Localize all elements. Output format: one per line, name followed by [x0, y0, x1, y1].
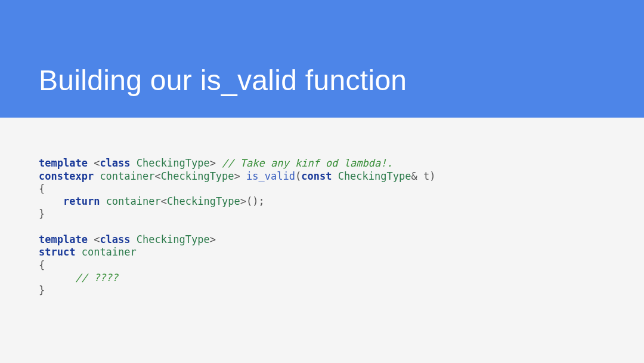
code-line-9: { — [39, 259, 45, 271]
angle-lt: < — [161, 195, 167, 207]
slide: Building our is_valid function template … — [0, 0, 644, 363]
type-name: CheckingType — [161, 170, 234, 182]
kw-class: class — [100, 157, 130, 169]
kw-constexpr: constexpr — [39, 170, 94, 182]
angle-gt: > — [210, 157, 222, 169]
indent — [39, 195, 63, 207]
amp-t: & t) — [411, 170, 435, 182]
angle-lt: < — [155, 170, 161, 182]
sp — [94, 170, 100, 182]
kw-const: const — [301, 170, 332, 182]
brace: } — [39, 284, 45, 296]
code-line-8: struct container — [39, 246, 137, 258]
angle-gt: > — [234, 170, 246, 182]
angle-lt: < — [88, 157, 100, 169]
code-block: template <class CheckingType> // Take an… — [39, 144, 605, 297]
code-line-1: template <class CheckingType> // Take an… — [39, 157, 393, 169]
type-container: container — [100, 170, 154, 182]
brace: { — [39, 183, 45, 195]
code-line-7: template <class CheckingType> — [39, 233, 216, 245]
brace: { — [39, 259, 45, 271]
sp — [332, 170, 338, 182]
type-name: CheckingType — [137, 157, 210, 169]
type-name: CheckingType — [338, 170, 411, 182]
angle-gt: > — [210, 233, 216, 245]
code-line-5: } — [39, 208, 45, 220]
code-line-2: constexpr container<CheckingType> is_val… — [39, 170, 435, 182]
sp — [100, 195, 106, 207]
comment: // Take any kinf od lambda!. — [222, 157, 393, 169]
slide-body: template <class CheckingType> // Take an… — [0, 118, 644, 363]
lparen: ( — [295, 170, 301, 182]
kw-class: class — [100, 233, 130, 245]
angle-gt: >(); — [240, 195, 265, 207]
brace: } — [39, 208, 45, 220]
kw-template: template — [39, 157, 88, 169]
type-container: container — [106, 195, 161, 207]
code-line-10: // ???? — [39, 272, 118, 284]
sp — [131, 157, 137, 169]
kw-struct: struct — [39, 246, 75, 258]
sp — [75, 246, 81, 258]
fn-name: is_valid — [246, 170, 295, 182]
type-container: container — [82, 246, 137, 258]
indent — [39, 272, 75, 284]
code-line-4: return container<CheckingType>(); — [39, 195, 265, 207]
slide-header: Building our is_valid function — [0, 0, 644, 118]
comment: // ???? — [75, 272, 118, 284]
code-line-11: } — [39, 284, 45, 296]
sp — [131, 233, 137, 245]
kw-return: return — [63, 195, 100, 207]
code-line-3: { — [39, 183, 45, 195]
page-title: Building our is_valid function — [39, 64, 407, 97]
type-name: CheckingType — [137, 233, 210, 245]
kw-template: template — [39, 233, 88, 245]
type-name: CheckingType — [167, 195, 240, 207]
angle-lt: < — [88, 233, 100, 245]
